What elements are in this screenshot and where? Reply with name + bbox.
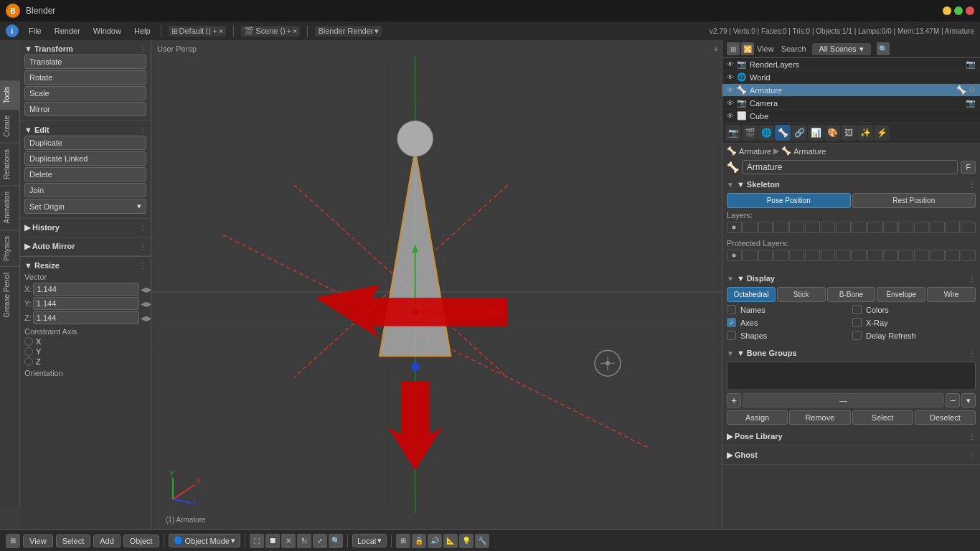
extra-icon-5[interactable]: 💡 (459, 534, 473, 548)
layer-4[interactable] (773, 222, 788, 233)
select-bottom-button[interactable]: Select (56, 534, 91, 547)
delete-button[interactable]: Delete (24, 167, 146, 182)
duplicate-linked-button[interactable]: Duplicate Linked (24, 151, 146, 166)
skeleton-options-icon[interactable]: ⋮ (969, 181, 976, 189)
menu-file[interactable]: File (23, 25, 47, 37)
scene-add[interactable]: + (287, 27, 291, 35)
layer-10[interactable] (867, 222, 882, 233)
scale-button[interactable]: Scale (24, 86, 146, 100)
rest-position-button[interactable]: Rest Position (852, 193, 976, 208)
display-wire[interactable]: Wire (927, 287, 976, 302)
colors-checkbox[interactable] (852, 305, 862, 314)
extra-icon-3[interactable]: 🔊 (428, 534, 442, 548)
tab-animation[interactable]: Animation (0, 185, 19, 229)
layout-selector[interactable]: ⊞ Default ⟨⟩ + × (169, 26, 227, 37)
assign-button[interactable]: Assign (727, 410, 788, 425)
bone-group-down-button[interactable]: ▾ (961, 393, 976, 408)
prop-render-icon[interactable]: 📷 (725, 125, 741, 141)
tree-item-cube[interactable]: 👁 ⬜ Cube (722, 110, 980, 123)
deselect-button[interactable]: Deselect (915, 410, 976, 425)
rp-icon-1[interactable]: ⊞ (727, 42, 740, 55)
armature-render-icon[interactable]: ⚙ (969, 85, 976, 95)
prot-layer-5[interactable] (789, 250, 804, 261)
layer-11[interactable] (883, 222, 898, 233)
bone-groups-header[interactable]: ▼ ▼ Bone Groups ⋮ (727, 347, 976, 359)
viewport-icon-3[interactable]: ✕ (281, 534, 296, 548)
x-field[interactable] (33, 283, 139, 296)
armature-name-input[interactable] (742, 160, 958, 174)
layout-add[interactable]: + (212, 27, 217, 35)
tab-grease-pencil[interactable]: Grease Pencil (0, 266, 19, 324)
tab-tools[interactable]: Tools (0, 80, 19, 109)
history-panel-header[interactable]: ▶ History ⋮ (24, 222, 146, 234)
layer-6[interactable] (805, 222, 820, 233)
layer-3[interactable] (758, 222, 773, 233)
menu-window[interactable]: Window (88, 25, 127, 37)
tree-item-world[interactable]: 👁 🌐 World (722, 71, 980, 84)
prot-layer-9[interactable] (852, 250, 867, 261)
armature-visibility[interactable]: 👁 (727, 86, 734, 94)
delay-refresh-checkbox[interactable] (852, 331, 862, 340)
xray-checkbox[interactable] (852, 318, 862, 327)
layer-14[interactable] (930, 222, 945, 233)
camera-action-icon[interactable]: 📷 (966, 98, 976, 108)
join-button[interactable]: Join (24, 183, 146, 197)
scene-search-icon[interactable]: 🔍 (877, 42, 890, 55)
edit-panel-header[interactable]: ▼ Edit ⋮ (24, 124, 146, 136)
pose-library-header[interactable]: ▶ Pose Library ⋮ (727, 430, 976, 443)
display-options-icon[interactable]: ⋮ (969, 275, 976, 283)
prot-layer-4[interactable] (773, 250, 788, 261)
display-octahedral[interactable]: Octahedral (727, 287, 776, 302)
prot-layer-10[interactable] (867, 250, 882, 261)
prop-physics-icon[interactable]: ⚡ (874, 125, 890, 141)
tree-item-camera[interactable]: 👁 📷 Camera 📷 (722, 97, 980, 110)
layer-2[interactable] (743, 222, 758, 233)
layer-12[interactable] (898, 222, 913, 233)
display-bbone[interactable]: B-Bone (827, 287, 876, 302)
z-axis-dot[interactable] (24, 357, 33, 366)
viewport[interactable]: User Persp + (151, 40, 722, 529)
object-mode-dropdown[interactable]: 🔵 Object Mode ▾ (169, 534, 240, 547)
viewport-mode-icon[interactable]: ⊞ (6, 534, 20, 548)
prot-layer-8[interactable] (836, 250, 851, 261)
engine-selector[interactable]: Blender Render ▾ (315, 26, 382, 37)
rotate-button[interactable]: Rotate (24, 70, 146, 85)
prop-material-icon[interactable]: 🎨 (824, 125, 840, 141)
prop-texture-icon[interactable]: 🖼 (841, 125, 857, 141)
layer-9[interactable] (852, 222, 867, 233)
world-visibility[interactable]: 👁 (727, 73, 734, 81)
prot-layer-6[interactable] (805, 250, 820, 261)
layer-13[interactable] (914, 222, 929, 233)
extra-icon-6[interactable]: 🔧 (475, 534, 489, 548)
menu-render[interactable]: Render (49, 25, 86, 37)
skeleton-header[interactable]: ▼ ▼ Skeleton ⋮ (727, 179, 976, 190)
info-icon[interactable]: i (6, 24, 19, 37)
axes-checkbox[interactable]: ✓ (727, 318, 736, 327)
prot-layer-1[interactable] (727, 250, 742, 261)
object-button[interactable]: Object (123, 534, 159, 547)
extra-icon-4[interactable]: 📐 (443, 534, 458, 548)
close-button[interactable] (966, 6, 974, 15)
viewport-icon-1[interactable]: ⬚ (250, 534, 264, 548)
layer-7[interactable] (821, 222, 836, 233)
viewport-icon-2[interactable]: 🔲 (265, 534, 280, 548)
layer-16[interactable] (961, 222, 976, 233)
prot-layer-2[interactable] (743, 250, 758, 261)
renderlayers-render-icon[interactable]: 📷 (966, 60, 976, 69)
names-checkbox[interactable] (727, 305, 736, 314)
prot-layer-14[interactable] (930, 250, 945, 261)
prot-layer-15[interactable] (946, 250, 961, 261)
minimize-button[interactable] (943, 6, 951, 15)
scene-selector[interactable]: 🎬 Scene ⟨⟩ + × (241, 26, 300, 37)
shapes-checkbox[interactable] (727, 331, 736, 340)
maximize-button[interactable] (954, 6, 963, 15)
x-arrow[interactable]: ◀▶ (141, 286, 148, 293)
viewport-icon-5[interactable]: ⤢ (313, 534, 327, 548)
layer-15[interactable] (946, 222, 961, 233)
remove-button[interactable]: Remove (789, 410, 850, 425)
y-field[interactable] (33, 297, 139, 310)
scene-close[interactable]: × (293, 27, 297, 35)
select-button[interactable]: Select (852, 410, 913, 425)
layer-8[interactable] (836, 222, 851, 233)
prop-particles-icon[interactable]: ✨ (857, 125, 873, 141)
